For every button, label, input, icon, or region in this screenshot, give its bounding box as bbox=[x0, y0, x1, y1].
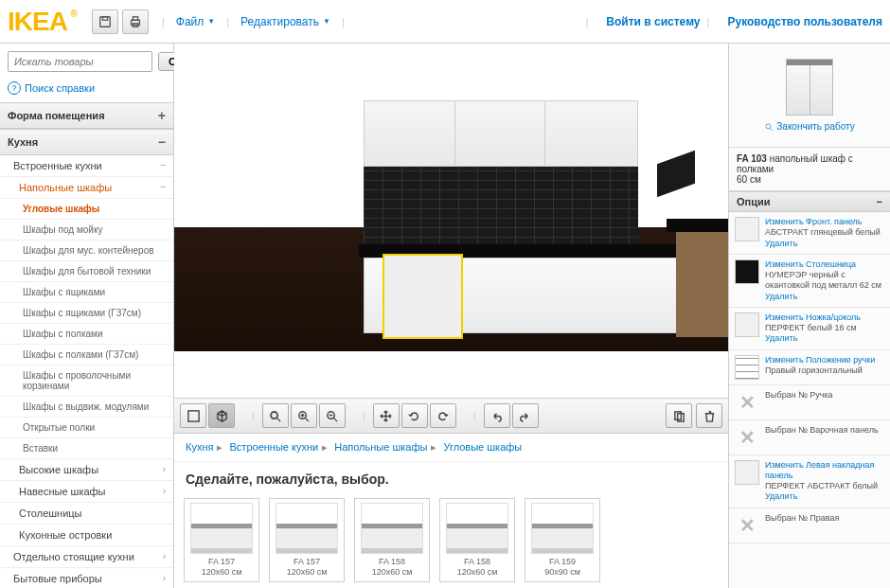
option-delete[interactable]: Удалить bbox=[765, 239, 797, 248]
sb-countertops[interactable]: Столешницы bbox=[0, 503, 173, 525]
zoom-fit-icon[interactable] bbox=[262, 403, 289, 428]
option-swatch: ✕ bbox=[735, 513, 759, 538]
option-link[interactable]: Изменить Левая накладная панель bbox=[765, 460, 884, 482]
bc-item[interactable]: Угловые шкафы bbox=[443, 441, 522, 453]
svg-rect-5 bbox=[187, 411, 198, 421]
3d-viewport[interactable] bbox=[174, 44, 728, 398]
sb-floor-cabinets[interactable]: Напольные шкафы− bbox=[0, 177, 173, 199]
sb-corner-cabinets[interactable]: Угловые шкафы bbox=[0, 199, 173, 220]
option-link[interactable]: Изменить Ножка/цоколь bbox=[765, 312, 884, 323]
sb-room-shape[interactable]: Форма помещения+ bbox=[0, 102, 173, 129]
option-swatch bbox=[735, 355, 759, 380]
option-swatch bbox=[735, 312, 759, 337]
file-menu[interactable]: Файл▼ bbox=[176, 15, 215, 28]
redo-icon[interactable] bbox=[512, 403, 539, 428]
option-delete[interactable]: Удалить bbox=[765, 333, 797, 343]
option-link[interactable]: Изменить Положение ручки bbox=[765, 355, 884, 365]
canvas-column: | | | Кухня▸ Встроенные кухни▸ bbox=[174, 44, 729, 588]
sb-kitchen[interactable]: Кухня− bbox=[0, 129, 173, 155]
view-toolbar: | | | bbox=[174, 398, 728, 434]
sb-item[interactable]: Шкафы с ящиками bbox=[0, 282, 173, 303]
sb-freestanding[interactable]: Отдельно стоящие кухни› bbox=[0, 546, 173, 568]
thumb-item[interactable]: FA 157120x60 см bbox=[184, 498, 259, 582]
copy-icon[interactable] bbox=[666, 403, 692, 428]
product-preview: Закончить работу bbox=[729, 44, 890, 148]
option-item[interactable]: ✕Выбран № Правая bbox=[729, 508, 890, 543]
sidebar: ОК Поиск справки Форма помещения+ Кухня−… bbox=[0, 44, 174, 588]
product-info: FA 103 напольный шкаф с полками 60 см bbox=[729, 148, 890, 191]
sb-item[interactable]: Шкафы с проволочными корзинами bbox=[0, 365, 173, 397]
sb-wall-cabinets[interactable]: Навесные шкафы› bbox=[0, 481, 173, 503]
thumb-item[interactable]: FA 15990x90 см bbox=[525, 498, 600, 582]
bc-item[interactable]: Кухня bbox=[186, 441, 213, 453]
sb-item[interactable]: Шкафы с ящиками (Г37см) bbox=[0, 303, 173, 324]
sb-item[interactable]: Шкафы для мус. контейнеров bbox=[0, 241, 173, 261]
bc-item[interactable]: Встроенные кухни bbox=[230, 441, 319, 453]
option-swatch bbox=[735, 217, 759, 241]
option-item[interactable]: Изменить СтолешницаНУМЕРЭР черный с окан… bbox=[729, 255, 890, 308]
rotate-right-icon[interactable] bbox=[430, 403, 456, 428]
sb-appliances[interactable]: Бытовые приборы› bbox=[0, 568, 173, 588]
zoom-out-icon[interactable] bbox=[319, 403, 346, 428]
option-link[interactable]: Изменить Столешница bbox=[765, 259, 884, 270]
breadcrumb: Кухня▸ Встроенные кухни▸ Напольные шкафы… bbox=[174, 434, 728, 462]
sb-item[interactable]: Вставки bbox=[0, 438, 173, 459]
pan-icon[interactable] bbox=[373, 403, 400, 428]
svg-rect-3 bbox=[133, 16, 137, 20]
zoom-in-icon[interactable] bbox=[291, 403, 317, 428]
option-item[interactable]: Изменить Фронт. панельАБСТРАКТ глянцевый… bbox=[729, 212, 890, 255]
thumb-item[interactable]: FA 158120x60 см bbox=[439, 498, 515, 582]
help-link[interactable]: Поиск справки bbox=[0, 80, 173, 102]
sb-item[interactable]: Шкафы с полками bbox=[0, 324, 173, 345]
sb-item[interactable]: Открытые полки bbox=[0, 418, 173, 438]
sb-item[interactable]: Шкафы с выдвиж. модулями bbox=[0, 397, 173, 418]
svg-point-12 bbox=[766, 123, 771, 128]
selection-prompt: Сделайте, пожалуйста, выбор. bbox=[174, 462, 728, 492]
svg-rect-0 bbox=[100, 16, 111, 27]
option-item[interactable]: Изменить Положение ручкиПравый горизонта… bbox=[729, 350, 890, 385]
option-delete[interactable]: Удалить bbox=[765, 491, 797, 501]
edit-menu[interactable]: Редактировать▼ bbox=[240, 15, 330, 28]
option-swatch: ✕ bbox=[735, 425, 759, 450]
selected-cabinet[interactable] bbox=[383, 254, 463, 339]
sb-tall-cabinets[interactable]: Высокие шкафы› bbox=[0, 459, 173, 481]
option-swatch bbox=[735, 460, 759, 485]
svg-rect-7 bbox=[272, 413, 277, 419]
print-icon[interactable] bbox=[122, 9, 149, 34]
option-delete[interactable]: Удалить bbox=[765, 292, 797, 301]
thumb-item[interactable]: FA 158120x60 см bbox=[354, 498, 430, 582]
right-panel: Закончить работу FA 103 напольный шкаф с… bbox=[729, 44, 890, 588]
finish-work-link[interactable]: Закончить работу bbox=[764, 121, 854, 132]
login-link[interactable]: Войти в систему bbox=[606, 15, 700, 28]
thumb-item[interactable]: FA 157120x60 см bbox=[269, 498, 345, 582]
rotate-left-icon[interactable] bbox=[401, 403, 428, 428]
option-item[interactable]: Изменить Ножка/цокольПЕРФЕКТ белый 16 см… bbox=[729, 308, 890, 350]
ikea-logo: IKEA bbox=[8, 7, 67, 37]
sb-item[interactable]: Шкафы с полками (Г37см) bbox=[0, 345, 173, 365]
delete-icon[interactable] bbox=[696, 403, 722, 428]
sb-islands[interactable]: Кухонные островки bbox=[0, 525, 173, 546]
search-input[interactable] bbox=[8, 51, 152, 72]
undo-icon[interactable] bbox=[484, 403, 510, 428]
guide-link[interactable]: Руководство пользователя bbox=[728, 15, 882, 28]
option-item[interactable]: Изменить Левая накладная панельПЕРФЕКТ А… bbox=[729, 455, 890, 508]
sb-item[interactable]: Шкафы для бытовой техники bbox=[0, 261, 173, 282]
options-header[interactable]: Опции− bbox=[729, 191, 890, 212]
view-2d-icon[interactable] bbox=[180, 403, 206, 428]
sb-built-in[interactable]: Встроенные кухни− bbox=[0, 155, 173, 177]
option-swatch bbox=[735, 259, 759, 284]
option-link[interactable]: Изменить Фронт. панель bbox=[765, 217, 884, 227]
product-thumbnails: FA 157120x60 см FA 157120x60 см FA 15812… bbox=[174, 492, 728, 588]
option-item[interactable]: ✕Выбран № Ручка bbox=[729, 385, 890, 420]
topbar: IKEA | Файл▼ | Редактировать▼ | | Войти … bbox=[0, 0, 890, 44]
svg-rect-1 bbox=[102, 16, 107, 20]
option-swatch: ✕ bbox=[735, 390, 759, 415]
view-3d-icon[interactable] bbox=[208, 403, 235, 428]
sb-item[interactable]: Шкафы под мойку bbox=[0, 220, 173, 241]
bc-item[interactable]: Напольные шкафы bbox=[334, 441, 427, 453]
option-item[interactable]: ✕Выбран № Варочная панель bbox=[729, 420, 890, 455]
save-icon[interactable] bbox=[92, 9, 118, 34]
